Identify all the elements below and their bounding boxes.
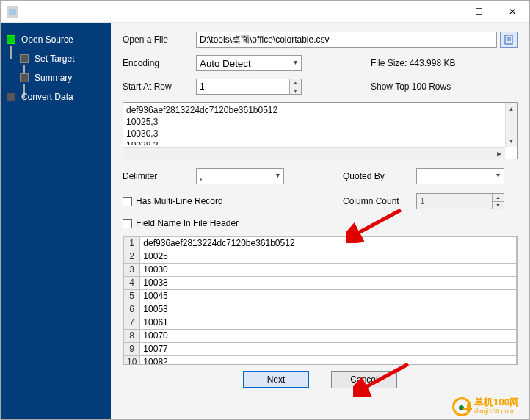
- step-label: Set Target: [35, 54, 74, 64]
- table-row[interactable]: 710061: [124, 316, 517, 330]
- row-number-cell: 7: [124, 316, 140, 330]
- spin-up-button[interactable]: ▲: [493, 194, 504, 202]
- data-table-wrap: 1def936aef2813224dc7120be361b05122100253…: [123, 236, 518, 365]
- step-marker-icon: [20, 54, 29, 63]
- row-number-cell: 5: [124, 290, 140, 303]
- row-number-cell: 3: [124, 264, 140, 277]
- watermark-logo-icon: [452, 397, 471, 416]
- document-icon: [504, 35, 514, 45]
- app-icon: [7, 6, 18, 18]
- data-cell[interactable]: 10038: [140, 277, 517, 290]
- row-number-cell: 1: [124, 237, 140, 250]
- start-row-input[interactable]: [197, 82, 301, 92]
- table-row[interactable]: 610053: [124, 303, 517, 316]
- row-number-cell: 10: [124, 356, 140, 366]
- quoted-by-label: Quoted By: [343, 171, 416, 181]
- file-size-text: File Size: 443.998 KB: [371, 58, 518, 68]
- open-file-label: Open a File: [123, 35, 196, 45]
- delimiter-select[interactable]: ,: [196, 168, 284, 184]
- step-summary[interactable]: Summary: [14, 68, 111, 87]
- row-number-cell: 8: [124, 330, 140, 343]
- data-cell[interactable]: def936aef2813224dc7120be361b0512: [140, 237, 517, 250]
- row-number-cell: 4: [124, 277, 140, 290]
- start-row-label: Start At Row: [123, 82, 196, 92]
- table-row[interactable]: 810070: [124, 330, 517, 343]
- quoted-by-select[interactable]: [416, 168, 504, 184]
- data-cell[interactable]: 10045: [140, 290, 517, 303]
- step-label: Convert Data: [21, 92, 73, 102]
- table-row[interactable]: 1010082: [124, 356, 517, 366]
- step-label: Open Source: [21, 35, 73, 45]
- wizard-sidebar: Open Source Set Target Summary Convert D…: [1, 23, 111, 419]
- scroll-down-button[interactable]: ▼: [506, 135, 517, 147]
- column-count-label: Column Count: [343, 196, 416, 206]
- field-name-header-checkbox[interactable]: [123, 219, 132, 228]
- step-marker-icon: [7, 93, 15, 101]
- data-cell[interactable]: 10061: [140, 316, 517, 330]
- watermark-url: danji100.com: [474, 407, 519, 416]
- data-cell[interactable]: 10053: [140, 303, 517, 316]
- file-path-input[interactable]: [196, 32, 497, 48]
- table-row[interactable]: 310030: [124, 264, 517, 277]
- preview-scrollbar-v[interactable]: ▲ ▼: [505, 103, 517, 147]
- column-count-spinner: ▲ ▼: [416, 193, 504, 209]
- app-window: — ☐ ✕ Open Source Set Target Summary: [0, 0, 530, 420]
- preview-line: 10038,3: [126, 140, 504, 145]
- preview-line: 10030,3: [126, 128, 504, 140]
- table-row[interactable]: 1def936aef2813224dc7120be361b0512: [124, 237, 517, 250]
- scroll-right-button[interactable]: ▶: [493, 148, 505, 159]
- multiline-checkbox[interactable]: [123, 197, 132, 206]
- data-cell[interactable]: 10077: [140, 343, 517, 356]
- preview-line: def936aef2813224dc7120be361b0512: [126, 104, 504, 116]
- titlebar: — ☐ ✕: [1, 1, 529, 23]
- data-cell[interactable]: 10070: [140, 330, 517, 343]
- main-panel: Open a File Encoding Auto Detect File Si…: [111, 23, 529, 419]
- field-name-header-label: Field Name In File Header: [136, 218, 239, 228]
- watermark-title: 单机100网: [474, 398, 519, 407]
- preview-line: 10025,3: [126, 116, 504, 128]
- table-row[interactable]: 410038: [124, 277, 517, 290]
- data-cell[interactable]: 10025: [140, 250, 517, 264]
- step-open-source[interactable]: Open Source: [1, 30, 111, 49]
- row-number-cell: 2: [124, 250, 140, 264]
- browse-file-button[interactable]: [500, 32, 518, 48]
- row-number-cell: 6: [124, 303, 140, 316]
- preview-scrollbar-h[interactable]: ▶: [123, 147, 505, 159]
- start-row-spinner[interactable]: ▲ ▼: [196, 79, 302, 95]
- encoding-label: Encoding: [123, 58, 196, 68]
- watermark: 单机100网 danji100.com: [452, 397, 519, 416]
- step-label: Summary: [35, 73, 72, 83]
- step-set-target[interactable]: Set Target: [14, 49, 111, 68]
- step-marker-icon: [7, 35, 15, 44]
- table-row[interactable]: 210025: [124, 250, 517, 264]
- next-button[interactable]: Next: [243, 371, 309, 388]
- step-marker-icon: [20, 73, 29, 82]
- raw-preview-box: def936aef2813224dc7120be361b051210025,31…: [123, 102, 518, 159]
- spin-up-button[interactable]: ▲: [290, 79, 301, 87]
- spin-down-button[interactable]: ▼: [290, 87, 301, 95]
- column-count-input: [417, 196, 504, 206]
- table-row[interactable]: 910077: [124, 343, 517, 356]
- svg-rect-0: [505, 35, 512, 44]
- encoding-select[interactable]: Auto Detect: [196, 55, 302, 71]
- cancel-button[interactable]: Cancel: [331, 371, 397, 388]
- scroll-up-button[interactable]: ▲: [506, 103, 517, 115]
- show-top-text: Show Top 100 Rows: [371, 82, 518, 92]
- minimize-button[interactable]: —: [428, 1, 462, 23]
- table-row[interactable]: 510045: [124, 290, 517, 303]
- delimiter-label: Delimiter: [123, 171, 196, 181]
- data-table: 1def936aef2813224dc7120be361b05122100253…: [123, 236, 517, 365]
- data-cell[interactable]: 10082: [140, 356, 517, 366]
- maximize-button[interactable]: ☐: [462, 1, 495, 23]
- data-cell[interactable]: 10030: [140, 264, 517, 277]
- multiline-label: Has Multi-Line Record: [136, 196, 223, 206]
- row-number-cell: 9: [124, 343, 140, 356]
- close-button[interactable]: ✕: [495, 1, 529, 23]
- spin-down-button[interactable]: ▼: [493, 202, 504, 209]
- step-convert-data[interactable]: Convert Data: [1, 87, 111, 106]
